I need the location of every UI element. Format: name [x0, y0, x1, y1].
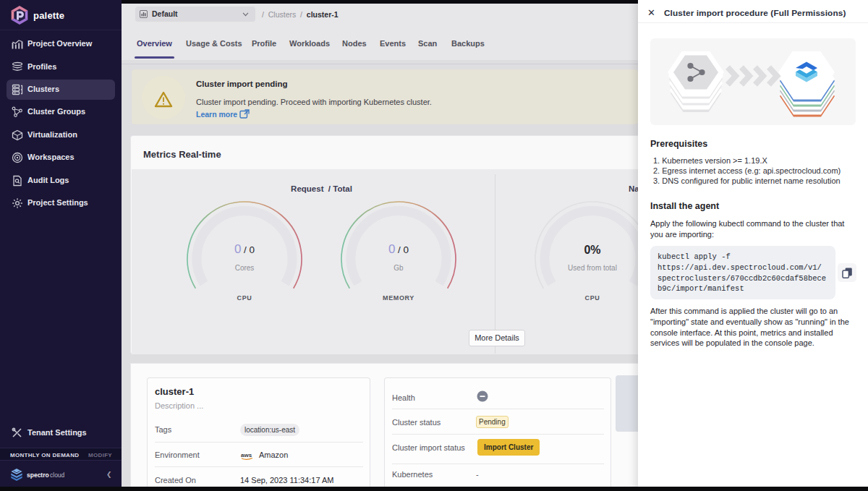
svg-text:aws: aws [241, 452, 252, 458]
